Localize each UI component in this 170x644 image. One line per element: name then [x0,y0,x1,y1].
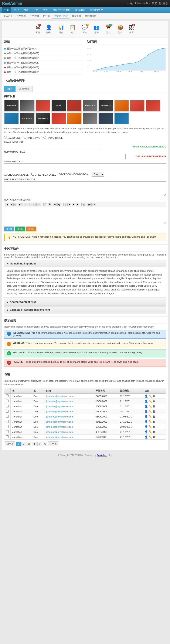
page-5[interactable]: 5 [37,442,42,446]
gallery-item[interactable]: ROCKABLE [4,100,19,112]
row-email-link[interactable]: john.doe@myinternet.com [46,395,74,398]
subnav-items[interactable]: 一些项目 [28,13,41,19]
editor-font-size-up[interactable]: 10 [82,203,86,206]
gallery-item[interactable] [114,100,129,112]
editor-bold[interactable]: B [5,203,9,206]
status-user-icon[interactable]: 👤 [145,394,148,398]
row-email-link[interactable]: john.doe@myinternet.com [46,431,74,433]
dash-icon-users[interactable]: 👥 用户 [91,23,102,36]
row-email-link[interactable]: john.doe@myinternet.com [46,420,74,423]
gallery-item[interactable]: ROCKABLE [83,100,97,112]
status-edit-icon[interactable]: ✏️ [149,400,152,403]
editor-italic[interactable]: I [10,203,13,206]
row-checkbox[interactable] [6,435,9,438]
gallery-item[interactable] [67,112,82,124]
status-delete-icon[interactable]: 🗑 [153,420,155,423]
status-edit-icon[interactable]: ✏️ [149,410,152,413]
gallery-item[interactable] [130,100,145,112]
status-user-icon[interactable]: 👤 [145,415,148,418]
button-blue[interactable]: 按钮1 [4,226,14,232]
next-page[interactable]: 下一页 [48,441,58,446]
radio-three[interactable]: RADIO THREE [43,136,63,139]
row-check[interactable] [4,399,11,404]
settings-link[interactable]: 设置 [152,2,157,5]
editor-list-ul[interactable]: • [68,203,71,206]
status-delete-icon[interactable]: 🗑 [153,435,155,438]
radio-two-input[interactable] [24,136,26,139]
status-user-icon[interactable]: 👤 [145,420,148,423]
status-edit-icon[interactable]: ✏️ [149,415,152,418]
dropdown-combo[interactable]: One Two Three [92,172,104,177]
page-2[interactable]: 2 [21,442,26,446]
large-input[interactable] [4,164,166,170]
nav-content[interactable]: 内容 [21,7,31,13]
row-checkbox[interactable] [6,410,9,412]
subnav-personal[interactable]: 个人首页 [2,13,14,19]
gallery-item[interactable]: ROCKABLE [35,112,50,124]
page-4[interactable]: 4 [32,442,37,446]
row-check[interactable] [4,409,11,414]
row-check[interactable] [4,419,11,424]
status-user-icon[interactable]: 👤 [145,425,148,428]
gallery-item[interactable]: 1to100 [51,100,66,112]
tab-form-elements[interactable]: 表单元件 [16,86,32,92]
row-checkbox[interactable] [6,394,9,397]
status-edit-icon[interactable]: ✏️ [149,435,152,438]
accordion-header-1[interactable]: ▼ Something Important [4,260,166,267]
status-delete-icon[interactable]: 🗑 [153,400,155,403]
checkbox-label-1[interactable]: CHECKBOX LABEL [4,173,28,176]
nav-plugins[interactable]: 组合的插件 [88,7,105,13]
gallery-item[interactable] [4,112,19,124]
checkbox-2[interactable] [31,173,34,176]
status-delete-icon[interactable]: 🗑 [153,410,155,413]
status-edit-icon[interactable]: ✏️ [149,405,152,408]
button-orange[interactable]: 按钮3 [26,226,36,232]
status-edit-icon[interactable]: ✏️ [149,430,152,434]
checkbox-label-2[interactable]: CHECKBOX LABEL [31,173,56,176]
editor-list-ol[interactable]: 1. [63,203,67,206]
nav-products[interactable]: 产品 [31,7,40,13]
page-3[interactable]: 3 [27,442,31,446]
editor-align-right[interactable]: ≡ [32,203,35,206]
page-6[interactable]: 6 [43,442,47,446]
gallery-item[interactable] [51,112,66,124]
row-check[interactable] [4,430,11,434]
dash-icon-stats[interactable]: 📋 统计 [67,23,78,36]
button-green[interactable]: 按钮2 [15,226,25,232]
status-user-icon[interactable]: 👤 [145,435,148,438]
notification-bar[interactable]: 💡 NOTIFICATION: This is a notification m… [4,234,166,241]
row-check[interactable] [4,424,11,430]
editor-copy[interactable]: ⎘ [57,203,61,206]
status-delete-icon[interactable]: 🗑 [153,425,155,428]
radio-two[interactable]: RADIO TWO [24,136,40,139]
dash-icon-comments[interactable]: 7 💬 评论 [79,23,90,36]
subnav-services[interactable]: 服务项目 [70,13,83,19]
medium-input[interactable] [4,154,126,159]
subnav-plugins[interactable]: 组合的插件 [83,13,98,19]
editor-align-left[interactable]: ≡ [24,203,27,206]
alert-danger[interactable]: ✕ FAILURE: This is a failure message. bu… [4,359,166,367]
row-email-link[interactable]: john.doe@myinternet.com [46,426,74,428]
nav-services[interactable]: 服务项目 [73,7,87,13]
page-1[interactable]: 1 [16,442,21,446]
row-checkbox[interactable] [6,400,9,402]
row-check[interactable] [4,404,11,409]
dash-icon-gallery[interactable]: 8 🖼 图库 [127,23,136,36]
status-user-icon[interactable]: 👤 [145,410,148,413]
footer-link[interactable]: RealAdmin [97,454,107,456]
dash-icon-orders[interactable]: 📦 订单 [115,23,126,36]
nav-users[interactable]: 用户 [11,7,21,13]
accordion-header-2[interactable]: ▶ Another Content Area [4,299,166,306]
tab-gallery[interactable]: 相册 [4,86,15,92]
nav-text[interactable]: 文字 [41,7,50,13]
subnav-open-cases[interactable]: 开用例表 [15,13,28,19]
radio-three-input[interactable] [43,136,46,139]
row-email-link[interactable]: john.doe@myinternet.com [46,436,74,438]
radio-one[interactable]: RADIO ONE [4,136,21,139]
dash-icon-events[interactable]: 13 📅 活动 [103,23,114,36]
dash-icon-survey[interactable]: 📊 调查 [56,23,66,36]
status-user-icon[interactable]: 👤 [145,400,148,403]
row-checkbox[interactable] [6,425,9,428]
row-checkbox[interactable] [6,420,9,423]
prev-page[interactable]: 上一页 [5,441,15,446]
